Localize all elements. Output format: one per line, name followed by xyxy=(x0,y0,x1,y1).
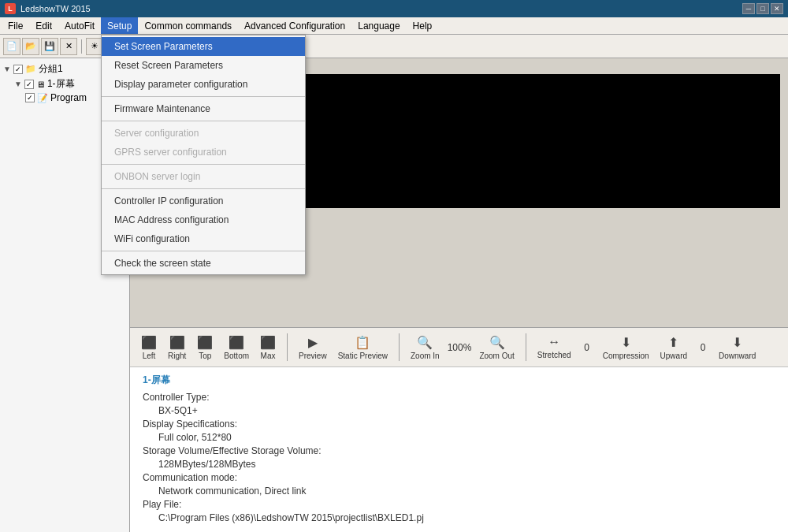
upward-icon: ⬆ xyxy=(668,335,678,350)
tree-checkbox-child[interactable]: ✓ xyxy=(24,80,34,89)
align-top-button[interactable]: ⬛ Top xyxy=(194,333,216,362)
setup-dropdown-menu: Set Screen Parameters Reset Screen Param… xyxy=(101,35,306,275)
play-file-label: Play File: xyxy=(143,499,775,510)
dd-sep-4 xyxy=(102,188,305,189)
dd-onbon-server-login: ONBON server login xyxy=(102,167,305,186)
menu-autofit[interactable]: AutoFit xyxy=(58,17,101,34)
dd-sep-3 xyxy=(102,164,305,165)
menu-common-commands[interactable]: Common commands xyxy=(138,17,238,34)
info-title: 1-屏幕 xyxy=(143,374,775,387)
stretched-icon: ↔ xyxy=(548,335,560,349)
downward-icon: ⬇ xyxy=(732,335,742,350)
play-file-value: C:\Program Files (x86)\LedshowTW 2015\pr… xyxy=(158,512,775,523)
bt-sep-2 xyxy=(399,333,400,361)
menu-setup[interactable]: Setup xyxy=(101,17,138,34)
close-button[interactable]: ✕ xyxy=(771,3,783,14)
dd-sep-2 xyxy=(102,121,305,121)
static-preview-button[interactable]: 📋 Static Preview xyxy=(335,333,391,362)
display-specs-label: Display Specifications: xyxy=(143,419,775,430)
tree-leaf-label: Program xyxy=(50,92,87,103)
comm-mode-label: Communication mode: xyxy=(143,472,775,483)
display-specs-value: Full color, 512*80 xyxy=(158,432,775,443)
toolbar-sep-1 xyxy=(81,39,82,54)
zoom-out-button[interactable]: 🔍 Zoom Out xyxy=(476,333,517,362)
align-left-button[interactable]: ⬛ Left xyxy=(138,333,160,362)
title-bar: L LedshowTW 2015 ─ □ ✕ xyxy=(0,0,788,17)
app-icon: L xyxy=(5,3,16,14)
folder-icon: 📁 xyxy=(25,64,36,74)
dd-gprs-server-configuration: GPRS server configuration xyxy=(102,143,305,162)
dd-sep-1 xyxy=(102,96,305,97)
info-panel: 1-屏幕 Controller Type: BX-5Q1+ Display Sp… xyxy=(130,366,788,532)
maximize-button[interactable]: □ xyxy=(756,3,769,14)
dd-wifi-configuration[interactable]: WiFi configuration xyxy=(102,229,305,248)
tree-checkbox-root[interactable]: ✓ xyxy=(13,65,23,74)
upward-button[interactable]: ⬆ Upward xyxy=(657,333,690,362)
upward-value: 0 xyxy=(695,342,711,353)
align-bottom-icon: ⬛ xyxy=(229,335,244,350)
dd-sep-5 xyxy=(102,251,305,251)
screen-icon: 🖥 xyxy=(36,80,45,89)
dd-set-screen-parameters[interactable]: Set Screen Parameters xyxy=(102,37,305,56)
new-button[interactable]: 📄 xyxy=(3,38,20,55)
bt-sep-3 xyxy=(526,333,526,361)
align-max-icon: ⬛ xyxy=(260,335,276,350)
minimize-button[interactable]: ─ xyxy=(742,3,755,14)
file-icon: 📝 xyxy=(37,93,48,103)
preview-icon: ▶ xyxy=(308,335,318,350)
dd-controller-ip-configuration[interactable]: Controller IP configuration xyxy=(102,192,305,210)
menu-advanced-configuration[interactable]: Advanced Configuration xyxy=(238,17,351,34)
menu-help[interactable]: Help xyxy=(407,17,439,34)
menu-bar: File Edit AutoFit Setup Common commands … xyxy=(0,17,788,35)
static-preview-icon: 📋 xyxy=(355,335,370,350)
zoom-in-button[interactable]: 🔍 Zoom In xyxy=(407,333,443,362)
zoom-percent: 100% xyxy=(448,342,472,353)
controller-type-value: BX-5Q1+ xyxy=(158,405,775,416)
storage-value: 128MBytes/128MBytes xyxy=(158,459,775,470)
align-bottom-button[interactable]: ⬛ Bottom xyxy=(221,333,252,362)
storage-label: Storage Volume/Effective Storage Volume: xyxy=(143,445,775,456)
dd-check-screen-state[interactable]: Check the screen state xyxy=(102,254,305,273)
dd-display-parameter-configuration[interactable]: Display parameter configuration xyxy=(102,75,305,94)
tree-root-label: 分組1 xyxy=(39,62,63,76)
menu-edit[interactable]: Edit xyxy=(29,17,58,34)
downward-button[interactable]: ⬇ Downward xyxy=(716,333,759,362)
close-file-button[interactable]: ✕ xyxy=(60,38,77,55)
stretched-value: 0 xyxy=(579,342,595,353)
save-button[interactable]: 💾 xyxy=(41,38,58,55)
controller-type-label: Controller Type: xyxy=(143,392,775,403)
tree-toggle-root[interactable]: ▼ xyxy=(3,65,11,73)
bt-sep-1 xyxy=(287,333,288,361)
dd-server-configuration: Server configuration xyxy=(102,124,305,143)
stretched-button[interactable]: ↔ Stretched xyxy=(534,333,574,361)
tree-child-label: 1-屏幕 xyxy=(47,77,75,91)
menu-file[interactable]: File xyxy=(2,17,29,34)
compression-icon: ⬇ xyxy=(621,335,631,350)
bottom-toolbar: ⬛ Left ⬛ Right ⬛ Top ⬛ Bottom ⬛ Max ▶ xyxy=(130,327,788,366)
title-bar-buttons: ─ □ ✕ xyxy=(742,3,783,14)
preview-button[interactable]: ▶ Preview xyxy=(296,333,330,362)
zoom-in-icon: 🔍 xyxy=(417,335,433,350)
dd-mac-address-configuration[interactable]: MAC Address configuration xyxy=(102,210,305,229)
dd-firmware-maintenance[interactable]: Firmware Maintenance xyxy=(102,99,305,118)
align-left-icon: ⬛ xyxy=(141,335,157,350)
menu-language[interactable]: Language xyxy=(351,17,406,34)
comm-mode-value: Network communication, Direct link xyxy=(158,485,775,497)
open-button[interactable]: 📂 xyxy=(22,38,39,55)
zoom-out-icon: 🔍 xyxy=(489,335,505,350)
align-right-button[interactable]: ⬛ Right xyxy=(165,333,189,362)
app-title: LedshowTW 2015 xyxy=(20,4,91,13)
tree-toggle-child[interactable]: ▼ xyxy=(14,80,22,88)
align-right-icon: ⬛ xyxy=(169,335,185,350)
dd-reset-screen-parameters[interactable]: Reset Screen Parameters xyxy=(102,56,305,75)
compression-button[interactable]: ⬇ Compression xyxy=(600,333,652,362)
tree-checkbox-leaf[interactable]: ✓ xyxy=(25,93,35,102)
align-top-icon: ⬛ xyxy=(197,335,213,350)
align-max-button[interactable]: ⬛ Max xyxy=(257,333,279,362)
